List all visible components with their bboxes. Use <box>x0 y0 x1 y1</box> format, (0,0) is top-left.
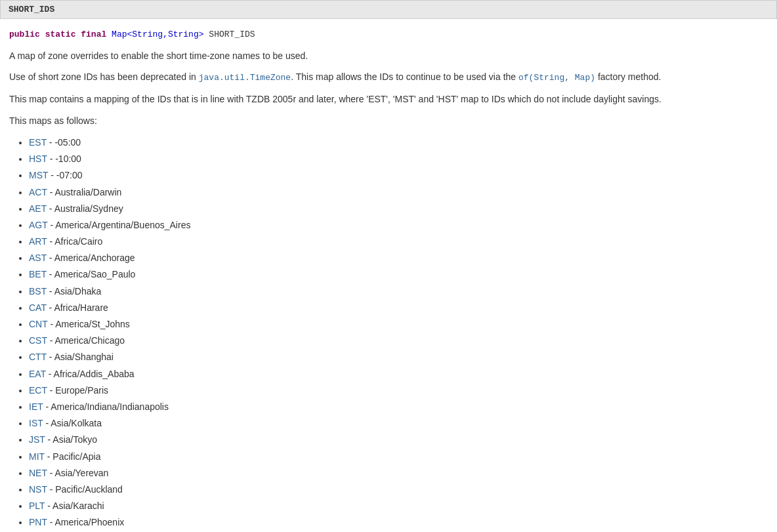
list-item: HST - -10:00 <box>29 151 768 167</box>
tz-short-code: CAT <box>29 302 47 313</box>
tz-short-code: PLT <box>29 501 45 511</box>
list-item: EAT - Africa/Addis_Ababa <box>29 366 768 382</box>
tz-short-code: BST <box>29 286 47 297</box>
list-item: PLT - Asia/Karachi <box>29 498 768 514</box>
tz-short-code: EST <box>29 137 47 148</box>
list-item: AET - Australia/Sydney <box>29 201 768 217</box>
tz-short-code: MIT <box>29 451 45 462</box>
list-item: CTT - Asia/Shanghai <box>29 349 768 365</box>
tz-short-code: AGT <box>29 220 48 230</box>
description-p4: This maps as follows: <box>9 113 768 128</box>
list-item: NST - Pacific/Auckland <box>29 481 768 498</box>
tz-short-code: EAT <box>29 369 46 379</box>
tz-short-code: CST <box>29 335 47 346</box>
tz-short-code: ACT <box>29 187 47 197</box>
tz-short-code: IST <box>29 418 43 428</box>
timezone-mapping-list: EST - -05:00HST - -10:00MST - -07:00ACT … <box>29 134 768 532</box>
list-item: JST - Asia/Tokyo <box>29 432 768 448</box>
tz-short-code: BET <box>29 269 47 279</box>
type-name: Map<String,String> <box>112 30 203 39</box>
list-item: CNT - America/St_Johns <box>29 316 768 333</box>
tz-short-code: MST <box>29 170 48 180</box>
list-item: BST - Asia/Dhaka <box>29 283 768 300</box>
description-p2: Use of short zone IDs has been deprecate… <box>9 70 768 85</box>
keyword-final: final <box>81 30 106 39</box>
list-item: BET - America/Sao_Paulo <box>29 266 768 283</box>
list-item: CAT - Africa/Harare <box>29 300 768 316</box>
list-item: ART - Africa/Cairo <box>29 234 768 250</box>
content-area: public static final Map<String,String> S… <box>0 19 777 532</box>
list-item: PNT - America/Phoenix <box>29 514 768 531</box>
description-p3: This map contains a mapping of the IDs t… <box>9 92 768 106</box>
section-header: SHORT_IDS <box>0 0 777 19</box>
list-item: ACT - Australia/Darwin <box>29 184 768 201</box>
tz-short-code: ART <box>29 236 47 247</box>
code-signature: public static final Map<String,String> S… <box>9 30 768 39</box>
list-item: IST - Asia/Kolkata <box>29 415 768 432</box>
description-p1: A map of zone overrides to enable the sh… <box>9 49 768 63</box>
list-item: MST - -07:00 <box>29 167 768 184</box>
list-item: CST - America/Chicago <box>29 333 768 349</box>
list-item: IET - America/Indiana/Indianapolis <box>29 399 768 415</box>
keyword-public: public <box>9 30 40 39</box>
list-item: EST - -05:00 <box>29 134 768 151</box>
list-item: AST - America/Anchorage <box>29 250 768 266</box>
tz-short-code: CNT <box>29 319 48 329</box>
tz-short-code: ECT <box>29 385 47 396</box>
header-title: SHORT_IDS <box>9 5 54 14</box>
tz-short-code: JST <box>29 434 45 445</box>
tz-short-code: AET <box>29 203 47 214</box>
tz-short-code: IET <box>29 401 43 412</box>
tz-short-code: CTT <box>29 352 47 362</box>
list-item: ECT - Europe/Paris <box>29 382 768 399</box>
field-name: SHORT_IDS <box>209 30 255 39</box>
keyword-static: static <box>45 30 76 39</box>
tz-short-code: AST <box>29 253 47 263</box>
tz-short-code: NET <box>29 468 47 478</box>
tz-short-code: PNT <box>29 517 47 527</box>
code-timezone: java.util.TimeZone <box>199 73 291 83</box>
list-item: AGT - America/Argentina/Buenos_Aires <box>29 217 768 234</box>
list-item: NET - Asia/Yerevan <box>29 465 768 481</box>
tz-short-code: NST <box>29 484 47 495</box>
tz-short-code: HST <box>29 153 47 164</box>
list-item: MIT - Pacific/Apia <box>29 449 768 465</box>
code-factory-method: of(String, Map) <box>518 73 595 83</box>
